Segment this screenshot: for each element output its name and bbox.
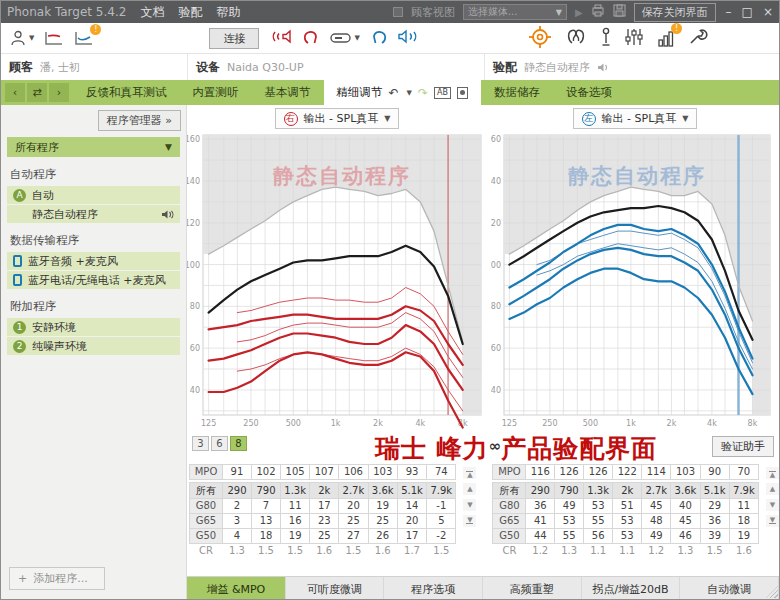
table-cell[interactable]: 17 [310,499,339,514]
table-cell[interactable]: 93 [397,465,426,480]
left-curve-type-dropdown[interactable]: 左 输出 - SPL真耳 ▼ [573,108,698,129]
menu-help[interactable]: 帮助 [216,4,240,21]
table-cell[interactable]: 114 [642,465,671,480]
gain-up-button[interactable]: ▲ [766,483,779,495]
program-item[interactable]: 蓝牙音频 +麦克风 [7,252,180,270]
tab-设备选项[interactable]: 设备选项 [553,80,625,105]
program-item[interactable]: A自动 [7,186,180,204]
table-cell[interactable]: 20 [339,499,368,514]
table-cell[interactable]: 29 [700,499,729,514]
table-cell[interactable]: 55 [584,513,613,528]
table-cell[interactable]: 17 [397,528,426,543]
left-hearing-aid-icon[interactable] [369,28,388,49]
program-item[interactable]: 静态自动程序 [7,205,180,223]
table-cell[interactable]: 46 [671,528,700,543]
table-cell[interactable]: 103 [671,465,700,480]
table-cell[interactable]: 107 [310,465,339,480]
table-cell[interactable]: 40 [671,499,700,514]
gain-max-down-button[interactable]: ▼ [463,515,476,527]
gain-max-down-button[interactable]: ▼ [766,515,779,527]
table-cell[interactable]: 126 [555,465,584,480]
audiogram-left-icon[interactable]: ! [73,30,94,47]
undo-icon[interactable]: ↶ [389,86,399,100]
table-cell[interactable]: -1 [427,499,456,514]
gain-down-button[interactable]: ▼ [463,499,476,511]
save-icon[interactable] [613,4,626,20]
tool-tab-自动微调[interactable]: 自动微调 [680,577,779,600]
table-cell[interactable]: 53 [555,513,584,528]
minimize-button[interactable]: – [726,5,732,19]
tuning-sliders-icon[interactable] [624,27,644,50]
tool-tab-可听度微调[interactable]: 可听度微调 [286,577,385,600]
program-item[interactable]: 1安静环境 [7,318,180,336]
tab-反馈和真耳测试[interactable]: 反馈和真耳测试 [73,80,180,105]
gain-up-button[interactable]: ▲ [463,483,476,495]
table-cell[interactable]: -2 [427,528,456,543]
client-view-checkbox[interactable] [393,7,403,17]
table-cell[interactable]: 53 [584,499,613,514]
table-cell[interactable]: 18 [251,528,280,543]
program-item[interactable]: 蓝牙电话/无绳电话 +麦克风 [7,271,180,289]
media-select[interactable]: 选择媒体... ▼ [463,4,567,20]
table-cell[interactable]: 25 [310,528,339,543]
client-icon[interactable]: ▼ [11,30,34,47]
fitting-target-icon[interactable] [529,26,551,51]
table-cell[interactable]: 45 [642,499,671,514]
table-cell[interactable]: 49 [642,528,671,543]
menu-fitting[interactable]: 验配 [178,4,202,21]
table-cell[interactable]: 126 [584,465,613,480]
table-cell[interactable]: 19 [729,528,758,543]
table-cell[interactable]: 4 [222,528,251,543]
ab-compare-icon[interactable]: AB [434,87,451,99]
table-cell[interactable]: 2 [222,499,251,514]
table-cell[interactable]: 25 [339,513,368,528]
table-cell[interactable]: 11 [281,499,310,514]
table-cell[interactable]: 36 [700,513,729,528]
table-cell[interactable]: 18 [729,513,758,528]
program-item[interactable]: 2纯噪声环境 [7,337,180,355]
table-cell[interactable]: 103 [368,465,397,480]
table-cell[interactable]: 19 [368,499,397,514]
table-cell[interactable]: 91 [222,465,251,480]
chevron-down-icon[interactable]: ▼ [407,89,412,97]
ears-icon[interactable] [564,27,588,49]
table-cell[interactable]: 106 [339,465,368,480]
table-cell[interactable]: 7 [251,499,280,514]
audiogram-right-icon[interactable] [43,30,64,47]
tool-tab-增益 &MPO[interactable]: 增益 &MPO [187,577,286,600]
record-icon[interactable] [457,87,468,99]
redo-icon[interactable]: ↷ [418,86,428,100]
tools-wrench-icon[interactable] [688,27,709,50]
table-cell[interactable]: 90 [700,465,729,480]
table-cell[interactable]: 20 [397,513,426,528]
program-filter-dropdown[interactable]: 所有程序 ▼ [7,137,180,157]
table-cell[interactable]: 56 [584,528,613,543]
gain-down-button[interactable]: ▼ [766,499,779,511]
table-cell[interactable]: 49 [555,499,584,514]
table-cell[interactable]: 48 [642,513,671,528]
table-cell[interactable]: 25 [368,513,397,528]
menu-document[interactable]: 文档 [140,4,164,21]
nav-swap-button[interactable]: ⇄ [27,83,47,102]
table-cell[interactable]: 14 [397,499,426,514]
print-icon[interactable] [591,4,605,20]
curve-count-button-8[interactable]: 8 [230,436,247,451]
table-cell[interactable]: 16 [281,513,310,528]
table-cell[interactable]: 3 [222,513,251,528]
table-cell[interactable]: 53 [613,513,642,528]
datalogging-chart-icon[interactable]: ! [657,29,675,48]
right-ear-output-chart[interactable]: 4060801001201401601252505001k2k4k8k静态自动程… [187,132,487,432]
curve-count-button-6[interactable]: 6 [211,436,228,451]
curve-count-button-3[interactable]: 3 [192,436,209,451]
table-cell[interactable]: 11 [729,499,758,514]
table-cell[interactable]: 102 [251,465,280,480]
connect-button[interactable]: 连接 [209,28,259,49]
left-ear-sound-icon[interactable] [397,28,421,48]
table-cell[interactable]: 23 [310,513,339,528]
table-cell[interactable]: 41 [526,513,555,528]
table-cell[interactable]: 116 [526,465,555,480]
tool-tab-高频重塑[interactable]: 高频重塑 [483,577,582,600]
right-ear-sound-icon[interactable] [269,28,293,48]
nav-forward-button[interactable]: › [49,83,69,102]
tool-tab-程序选项[interactable]: 程序选项 [384,577,483,600]
